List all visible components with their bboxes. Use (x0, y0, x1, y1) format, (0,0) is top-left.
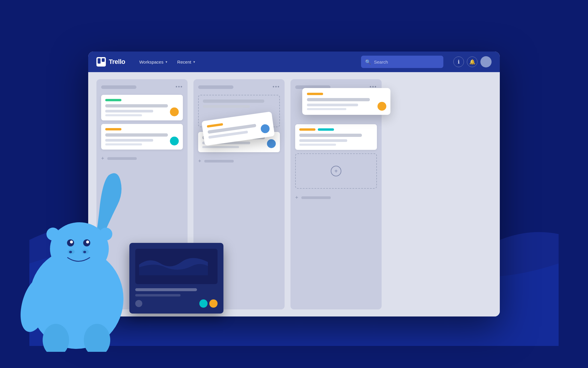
add-card-label-2 (204, 160, 234, 163)
search-icon: 🔍 (365, 59, 371, 65)
card-1-1[interactable] (101, 95, 183, 120)
svg-point-8 (70, 241, 73, 243)
column-1-title (101, 85, 136, 89)
workspaces-label: Workspaces (139, 59, 163, 64)
navbar-icons: ℹ 🔔 (453, 56, 492, 67)
column-2-menu-icon[interactable]: ••• (273, 84, 280, 90)
svg-rect-1 (98, 58, 101, 64)
elevated-title (307, 98, 370, 101)
elevated-card-tag (307, 93, 323, 95)
card-2-avatar (267, 139, 276, 148)
card-3-subtitle (299, 139, 347, 142)
card-title-bar-2 (105, 133, 168, 137)
nav-links: Workspaces ▼ Recent ▼ (136, 58, 199, 66)
svg-point-13 (83, 251, 86, 253)
card-line-2 (105, 143, 142, 145)
column-1-header: ••• (101, 84, 183, 90)
elevated-subtitle (307, 104, 358, 106)
user-avatar[interactable] (480, 56, 492, 67)
dark-card-avatar-teal (199, 299, 208, 308)
card-avatar-teal (170, 137, 179, 145)
search-bar[interactable]: 🔍 Search (361, 56, 443, 68)
logo-text: Trello (109, 58, 125, 66)
add-card-icon-3: + (295, 195, 298, 201)
add-card-row-3[interactable]: + (295, 195, 377, 201)
add-card-icon-2: + (198, 158, 201, 164)
dark-card-avatars (199, 299, 218, 308)
notification-button[interactable]: 🔔 (467, 57, 477, 67)
elevated-avatar (377, 102, 386, 111)
hippo-character (6, 146, 147, 352)
elevated-card[interactable] (302, 88, 390, 115)
floating-card-avatar (260, 124, 270, 134)
card-tag-orange (105, 128, 121, 130)
info-button[interactable]: ℹ (453, 57, 464, 67)
add-card-row-2[interactable]: + (198, 158, 280, 164)
recent-nav-link[interactable]: Recent ▼ (174, 58, 199, 66)
dark-card-content (135, 288, 218, 296)
dashed-subtitle (203, 105, 250, 108)
svg-point-5 (50, 222, 109, 275)
card-avatar-orange (170, 107, 179, 116)
card-add-placeholder[interactable]: + (295, 153, 377, 189)
card-subtitle-bar-2 (105, 139, 153, 142)
workspaces-chevron-icon: ▼ (165, 60, 168, 64)
logo-area: Trello (96, 57, 125, 67)
floating-card-tag (207, 123, 223, 128)
info-icon: ℹ (458, 59, 460, 65)
card-3-2[interactable] (295, 124, 377, 150)
column-1-menu-icon[interactable]: ••• (176, 84, 183, 90)
svg-rect-2 (102, 58, 105, 62)
recent-label: Recent (177, 59, 191, 64)
svg-point-9 (86, 241, 89, 243)
svg-point-15 (99, 228, 112, 241)
column-2-header: ••• (198, 84, 280, 90)
workspaces-nav-link[interactable]: Workspaces ▼ (136, 58, 171, 66)
dark-card-bottom (135, 299, 218, 308)
column-2-title (198, 85, 233, 89)
recent-chevron-icon: ▼ (193, 60, 196, 64)
card-subtitle-bar (105, 110, 153, 112)
card-3-line (299, 144, 336, 146)
add-card-label-3 (301, 196, 331, 199)
dark-card-avatar-orange (209, 299, 218, 308)
add-placeholder-icon: + (331, 166, 341, 176)
card-title-bar (105, 104, 168, 107)
navbar: Trello Workspaces ▼ Recent ▼ 🔍 Search (88, 52, 500, 72)
card-3-title (299, 134, 362, 137)
card-line (105, 114, 142, 116)
card-2-line (202, 146, 239, 148)
bell-icon: 🔔 (469, 59, 475, 65)
dashed-title (203, 100, 264, 103)
card-3-tag-orange (299, 128, 315, 131)
card-tag-green (105, 99, 121, 101)
svg-point-14 (46, 228, 59, 241)
scene: Trello Workspaces ▼ Recent ▼ 🔍 Search (29, 22, 559, 346)
trello-logo-icon (96, 57, 106, 67)
board-column-3: ••• (290, 79, 382, 309)
card-3-tag-teal (318, 128, 334, 131)
svg-point-12 (69, 251, 72, 253)
elevated-line (307, 108, 346, 110)
search-placeholder-text: Search (374, 59, 388, 64)
